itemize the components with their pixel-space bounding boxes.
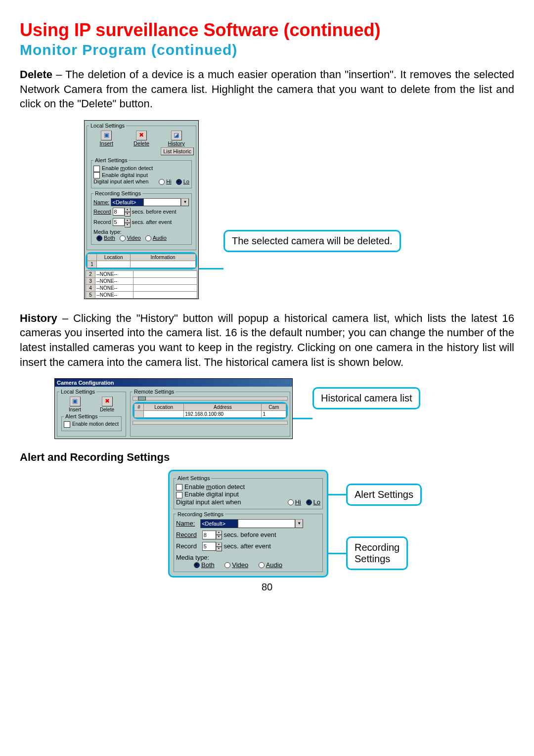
both-radio[interactable] [194, 562, 200, 568]
record-after-label: Record [176, 542, 197, 550]
spinner-icon[interactable]: ▴▾ [216, 542, 222, 551]
camera-config-dialog: Camera Configuration Local Settings ▣Ins… [54, 378, 293, 439]
motion-checkbox[interactable] [176, 484, 182, 490]
callout-historical-list: Historical camera list [312, 387, 420, 409]
motion-label: Enable motion detect [184, 483, 245, 490]
audio-label: Audio [153, 235, 167, 241]
insert-icon[interactable]: ▣ [70, 397, 81, 406]
local-settings-legend: Local Settings [89, 123, 126, 129]
name-combo[interactable]: <Default>▼ [111, 198, 189, 206]
local-legend: Local Settings [59, 389, 96, 395]
list-historic-button[interactable]: List Historic [161, 147, 194, 155]
history-icon[interactable]: ◪ [171, 131, 182, 140]
col-cam: Cam [262, 404, 286, 411]
record-before-input[interactable]: 8 [113, 208, 125, 216]
record-after-input[interactable]: 5 [202, 542, 216, 551]
insert-button[interactable]: Insert [96, 140, 117, 146]
scrollbar[interactable] [133, 421, 288, 425]
audio-radio[interactable] [145, 235, 151, 241]
motion-checkbox[interactable] [64, 421, 70, 428]
after-text: secs. after event [223, 542, 270, 550]
after-text: secs. after event [132, 219, 172, 225]
record-before-label: Record [176, 531, 197, 538]
alert-recording-heading: Alert and Recording Settings [20, 451, 514, 464]
callout-selected-camera: The selected camera will be deleted. [223, 230, 401, 252]
alert-legend: Alert Settings [93, 157, 129, 163]
both-radio[interactable] [96, 235, 102, 241]
col-location: Location [97, 254, 131, 261]
record-after-label: Record [93, 219, 111, 225]
alert-settings-group: Alert Settings Enable motion detect Enab… [174, 475, 323, 509]
callout-alert-settings: Alert Settings [346, 484, 422, 506]
paragraph-delete: Delete – The deletion of a device is a m… [20, 67, 514, 111]
lo-radio[interactable] [306, 499, 312, 505]
remote-legend: Remote Settings [133, 389, 176, 395]
motion-label: Enable motion detect [102, 165, 153, 171]
hi-label: Hi [295, 498, 301, 506]
table-row[interactable]: 1192.168.0.100:80 [88, 261, 196, 267]
record-after-input[interactable]: 5 [113, 218, 125, 226]
hi-radio[interactable] [288, 499, 294, 505]
table-row[interactable]: 3--NONE-- [86, 277, 197, 284]
col-information: Information [131, 254, 196, 261]
video-label: Video [127, 235, 141, 241]
paragraph-history: History – Clicking the "History" button … [20, 311, 514, 370]
spinner-icon[interactable]: ▴▾ [125, 219, 131, 227]
digital-checkbox[interactable] [176, 492, 182, 498]
history-text: – Clicking the "History" button will pop… [20, 312, 514, 368]
alert-legend: Alert Settings [64, 413, 99, 419]
alert-recording-dialog: Alert Settings Enable motion detect Enab… [168, 470, 328, 577]
digital-when-label: Digital input alert when [93, 178, 148, 184]
table-row[interactable]: 4--NONE-- [86, 284, 197, 291]
video-radio[interactable] [120, 235, 126, 241]
insert-icon[interactable]: ▣ [101, 131, 112, 140]
table-row[interactable]: 2--NONE-- [86, 270, 197, 277]
lo-label: Lo [183, 178, 189, 184]
history-button[interactable]: History [166, 140, 187, 146]
history-label: History [20, 312, 57, 324]
delete-icon[interactable]: ✖ [136, 131, 147, 140]
table-row[interactable]: 5--NONE-- [86, 291, 197, 298]
alert-settings-group: Alert Settings Enable motion detect [61, 413, 122, 431]
callout-recording-settings: RecordingSettings [346, 536, 408, 570]
motion-checkbox[interactable] [93, 166, 100, 172]
hi-label: Hi [166, 178, 171, 184]
camera-table-rest: 2--NONE-- 3--NONE-- 4--NONE-- 5--NONE-- [86, 270, 197, 299]
name-label: Name: [176, 520, 195, 527]
digital-when-label: Digital input alert when [176, 498, 241, 506]
recording-settings-group: Recording Settings Name: <Default>▼ Reco… [91, 190, 192, 244]
before-text: secs. before event [132, 209, 177, 215]
hi-radio[interactable] [159, 179, 165, 185]
history-list-highlight: #LocationAddressCam 192.168.0.100:801 [133, 402, 288, 419]
motion-label: Enable motion detect [72, 422, 119, 427]
delete-icon[interactable]: ✖ [102, 397, 113, 406]
insert-button[interactable]: Insert [69, 407, 81, 412]
delete-button[interactable]: Delete [100, 407, 114, 412]
col-address: Address [184, 404, 262, 411]
digital-checkbox[interactable] [93, 172, 100, 178]
alert-legend: Alert Settings [176, 475, 211, 481]
local-settings-dialog: Local Settings ▣ Insert ✖ Delete ◪ Histo… [84, 120, 199, 299]
page-subtitle: Monitor Program (continued) [20, 42, 514, 58]
camera-table: LocationInformation 1192.168.0.100:80 [87, 254, 196, 268]
scrollbar[interactable] [133, 397, 288, 400]
name-combo[interactable]: <Default>▼ [200, 519, 303, 528]
recording-legend: Recording Settings [93, 190, 142, 196]
delete-label: Delete [20, 68, 52, 81]
recording-legend: Recording Settings [176, 511, 225, 517]
lo-radio[interactable] [176, 179, 182, 185]
spinner-icon[interactable]: ▴▾ [125, 208, 131, 217]
delete-button[interactable]: Delete [131, 140, 152, 146]
dialog-titlebar: Camera Configuration [55, 379, 292, 387]
table-row[interactable]: 192.168.0.100:801 [134, 411, 286, 418]
digital-label: Enable digital input [184, 490, 239, 498]
history-table: #LocationAddressCam 192.168.0.100:801 [134, 403, 286, 418]
both-label: Both [201, 561, 215, 569]
audio-radio[interactable] [259, 562, 265, 568]
camera-list-highlight: LocationInformation 1192.168.0.100:80 [86, 252, 197, 269]
video-radio[interactable] [224, 562, 230, 568]
recording-settings-group: Recording Settings Name: <Default>▼ Reco… [174, 511, 323, 572]
record-before-input[interactable]: 8 [202, 531, 216, 539]
spinner-icon[interactable]: ▴▾ [216, 531, 222, 539]
lo-label: Lo [313, 498, 320, 506]
